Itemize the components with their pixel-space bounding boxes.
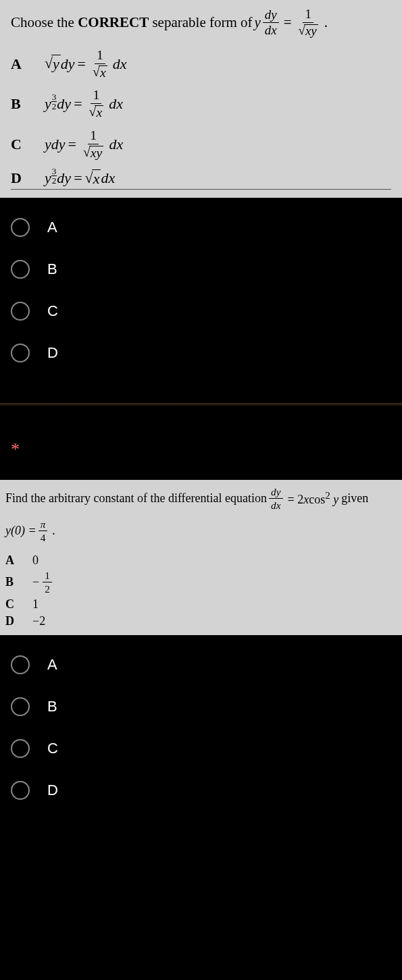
q2-condition: y(0) = π 4 . [5,519,397,543]
radio-circle-icon [11,260,30,279]
radio-circle-icon [11,218,30,237]
q1-prompt-prefix: Choose the [11,14,78,30]
q2-dydx: dy dx [269,487,282,511]
q2-option-b: B − 1 2 [5,570,397,595]
radio-circle-icon [11,739,30,758]
q1-rhs: 1 √xy [297,8,320,38]
radio-option-b[interactable]: B [11,697,391,716]
q2-option-c: C 1 [5,597,397,611]
radio-option-d[interactable]: D [11,344,391,362]
radio-option-c[interactable]: C [11,739,391,758]
radio-option-b[interactable]: B [11,260,391,279]
radio-option-a[interactable]: A [11,655,391,674]
q1-prompt-suffix: separable form of [149,14,252,30]
q1-radio-list: A B C D [0,198,402,389]
radio-option-a[interactable]: A [11,218,391,237]
q1-prompt: Choose the CORRECT separable form of y d… [11,8,391,38]
q2-option-table: A 0 B − 1 2 C 1 D −2 [5,553,397,628]
q1-dydx: dy dx [263,9,279,38]
q2-option-d: D −2 [5,614,397,628]
q1-equation: y [255,14,261,31]
q1-option-a-content: √ydy = 1 √x dx [45,49,126,80]
question-1-image: Choose the CORRECT separable form of y d… [0,0,402,198]
q2-prompt-text: Find the arbitrary constant of the diffe… [5,491,267,506]
q1-option-c-content: ydy = 1 √xy dx [45,129,123,160]
q1-option-c: C ydy = 1 √xy dx [11,129,391,160]
radio-circle-icon [11,697,30,716]
q1-prompt-bold: CORRECT [78,14,149,30]
question-2-image: Find the arbitrary constant of the diffe… [0,480,402,635]
q1-option-b: B y32dy = 1 √x dx [11,88,391,119]
radio-option-d[interactable]: D [11,781,391,800]
question-separator [0,403,402,406]
q1-option-a: A √ydy = 1 √x dx [11,49,391,80]
radio-circle-icon [11,344,30,362]
required-indicator: * [0,439,402,480]
q2-given: given [341,491,368,506]
radio-circle-icon [11,781,30,800]
q1-option-d-content: y32dy = √xdx [45,169,115,188]
q1-option-d: D y32dy = √xdx [11,169,391,190]
q2-radio-list: A B C D [0,635,402,820]
q1-option-b-content: y32dy = 1 √x dx [45,88,123,119]
radio-option-c[interactable]: C [11,302,391,321]
radio-circle-icon [11,655,30,674]
q1-option-table: A √ydy = 1 √x dx B y32dy = 1 √x dx [11,49,391,190]
radio-circle-icon [11,302,30,321]
q2-condition-label: y(0) = [5,524,36,538]
q2-option-a: A 0 [5,553,397,568]
q2-prompt: Find the arbitrary constant of the diffe… [5,487,397,511]
